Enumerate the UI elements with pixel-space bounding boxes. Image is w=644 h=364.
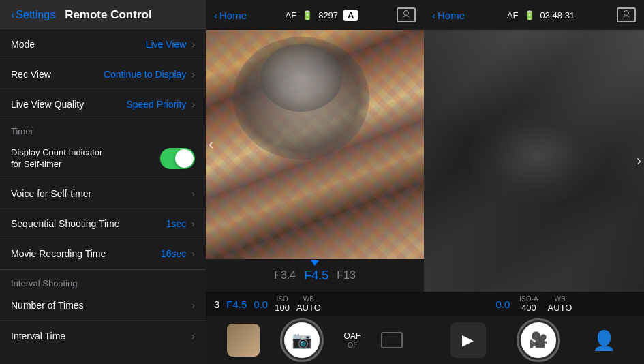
af-mode-button[interactable]: OAF Off (344, 331, 361, 349)
viewfinder-left-arrow[interactable]: ‹ (209, 136, 213, 153)
camera-back-button[interactable]: ‹ Home (214, 10, 247, 21)
shutter-inner: 📷 (284, 322, 320, 358)
video-shutter-button[interactable]: 🎥 (517, 318, 560, 362)
right-buttons-bar: ▶ 🎥 👤 (424, 316, 644, 364)
aperture-bar: F3.4 F4.5 F13 (206, 259, 424, 292)
camera-header-center: AF 🔋 8297 A (286, 10, 358, 21)
playback-button[interactable]: ▶ (450, 322, 486, 358)
a-badge: A (343, 10, 358, 21)
right-home-label[interactable]: Home (438, 10, 465, 21)
sequential-shooting-item[interactable]: Sequential Shooting Time 1sec › (0, 209, 206, 239)
right-iso-display: ISO-A 400 (519, 295, 538, 313)
rec-view-label: Rec View (11, 69, 104, 80)
right-portrait-icon (617, 7, 636, 22)
wb-value: AUTO (296, 303, 321, 313)
live-view-quality-chevron-icon: › (191, 99, 195, 110)
right-header-center: AF 🔋 03:48:31 (507, 10, 574, 20)
chevron-left-icon: ‹ (11, 9, 14, 21)
camera-info-bar: 3 F4.5 0.0 ISO 100 WB AUTO (206, 292, 424, 316)
ev-display: 0.0 (254, 299, 268, 310)
live-view-panel: ‹ Home AF 🔋 8297 A ‹ F3.4 F4.5 F13 (206, 0, 424, 364)
thumbnail-button[interactable] (227, 324, 260, 357)
live-view-quality-item[interactable]: Live View Quality Speed Priority › (0, 89, 206, 119)
number-of-times-chevron-icon: › (191, 300, 195, 311)
settings-list: Mode Live View › Rec View Continue to Di… (0, 29, 206, 364)
aperture-indicator (311, 260, 319, 266)
display-count-item: Display Count Indicatorfor Self-timer (0, 139, 206, 179)
timer-section-header: Timer (0, 119, 206, 139)
right-wb-display: WB AUTO (548, 295, 572, 313)
display-count-toggle[interactable] (160, 148, 195, 169)
rec-view-value: Continue to Display (104, 69, 186, 80)
interval-time-chevron-icon: › (191, 331, 195, 342)
rec-view-chevron-icon: › (191, 69, 195, 80)
movie-recording-value: 16sec (161, 248, 186, 259)
portrait-mode-icon: 👤 (592, 329, 616, 352)
interval-shooting-header: Interval Shooting (0, 269, 206, 291)
interval-shooting-label: Interval Shooting (11, 278, 78, 288)
right-viewfinder: › (424, 30, 644, 292)
right-wb-label: WB (548, 295, 572, 303)
settings-back-button[interactable]: ‹ Settings (11, 9, 55, 21)
right-battery-icon: 🔋 (524, 10, 535, 20)
aspect-ratio-button[interactable] (381, 332, 403, 348)
right-info-bar: 0.0 ISO-A 400 WB AUTO (424, 292, 644, 316)
battery-icon: 🔋 (302, 10, 313, 20)
toggle-thumb (175, 149, 194, 168)
number-of-times-item[interactable]: Number of Times › (0, 291, 206, 321)
display-count-label: Display Count Indicatorfor Self-timer (11, 147, 160, 170)
af-mode-sub: Off (348, 341, 357, 349)
right-header: ‹ Home AF 🔋 03:48:31 (424, 0, 644, 30)
interval-time-label: Interval Time (11, 331, 189, 342)
aperture-f45-active[interactable]: F4.5 (304, 269, 328, 283)
right-time-display: 03:48:31 (540, 10, 575, 20)
number-of-times-label: Number of Times (11, 300, 189, 311)
camera-shutter-icon: 📷 (292, 331, 312, 350)
aperture-display: F4.5 (226, 299, 247, 310)
camera-viewfinder: ‹ (206, 30, 424, 259)
right-iso-label: ISO-A (519, 295, 538, 303)
camera-buttons-bar: 📷 OAF Off (206, 316, 424, 364)
iso-display: ISO 100 (275, 296, 290, 313)
voice-self-timer-item[interactable]: Voice for Self-timer › (0, 179, 206, 209)
live-view-quality-label: Live View Quality (11, 99, 126, 110)
interval-time-item[interactable]: Interval Time › (0, 321, 206, 351)
right-back-button[interactable]: ‹ Home (432, 10, 465, 21)
sequential-shooting-value: 1sec (166, 218, 187, 229)
play-icon: ▶ (462, 331, 474, 349)
mode-chevron-icon: › (191, 39, 195, 50)
movie-recording-item[interactable]: Movie Recording Time 16sec › (0, 239, 206, 269)
thumbnail-preview (227, 324, 260, 357)
chevron-left-icon: ‹ (214, 10, 217, 21)
mode-value: Live View (146, 39, 187, 50)
right-wb-value: AUTO (548, 303, 572, 313)
settings-back-label[interactable]: Settings (16, 9, 55, 21)
iso-value: 100 (275, 303, 290, 313)
iso-label: ISO (275, 296, 290, 303)
settings-panel: ‹ Settings Remote Control Mode Live View… (0, 0, 206, 364)
movie-recording-label: Movie Recording Time (11, 248, 161, 259)
right-af-badge: AF (507, 10, 519, 20)
voice-self-timer-chevron-icon: › (191, 188, 195, 199)
frame-number: 3 (214, 299, 219, 310)
camera-home-label[interactable]: Home (219, 10, 247, 21)
video-camera-icon: 🎥 (529, 331, 547, 349)
right-iso-value: 400 (519, 303, 538, 313)
mode-label: Mode (11, 39, 146, 50)
portrait-icon (397, 7, 416, 22)
shutter-button[interactable]: 📷 (280, 318, 324, 362)
voice-self-timer-label: Voice for Self-timer (11, 188, 189, 199)
aperture-f34[interactable]: F3.4 (274, 269, 296, 282)
rec-view-item[interactable]: Rec View Continue to Display › (0, 59, 206, 89)
af-mode-label: OAF (344, 331, 361, 341)
timer-label: Timer (11, 126, 33, 136)
mode-item[interactable]: Mode Live View › (0, 29, 206, 59)
video-view-panel: ‹ Home AF 🔋 03:48:31 › 0.0 ISO-A 400 WB … (424, 0, 644, 364)
wb-label: WB (296, 296, 321, 303)
aperture-f13[interactable]: F13 (337, 269, 356, 282)
af-badge: AF (286, 10, 297, 20)
settings-title: Remote Control (65, 8, 152, 22)
settings-header: ‹ Settings Remote Control (0, 0, 206, 29)
right-viewfinder-right-arrow[interactable]: › (637, 152, 641, 170)
portrait-mode-button[interactable]: 👤 (591, 327, 618, 354)
